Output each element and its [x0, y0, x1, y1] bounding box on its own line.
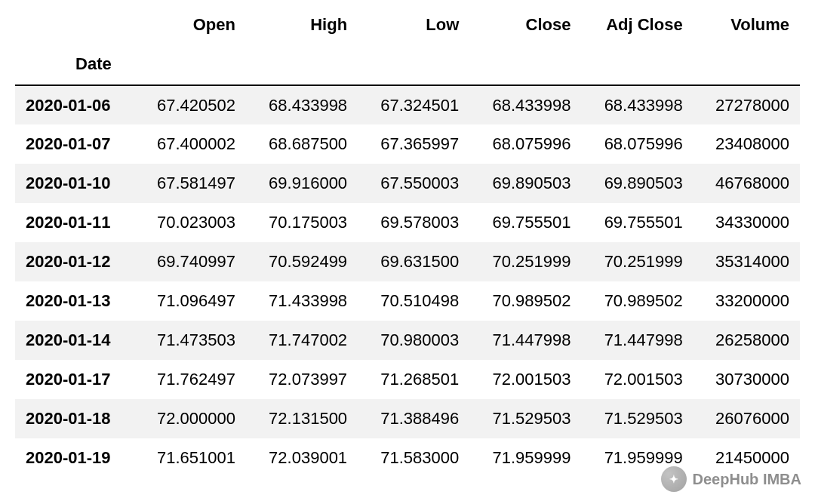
cell-close: 68.433998 — [469, 85, 581, 124]
cell-open: 67.400002 — [134, 124, 246, 164]
cell-adj: 71.529503 — [581, 399, 693, 438]
cell-adj: 70.251999 — [581, 242, 693, 281]
cell-low: 69.631500 — [358, 242, 469, 281]
row-index-date: 2020-01-11 — [15, 203, 134, 242]
row-index-date: 2020-01-13 — [15, 281, 134, 321]
cell-volume: 33200000 — [694, 281, 800, 321]
cell-high: 68.687500 — [246, 124, 358, 164]
cell-low: 69.578003 — [358, 203, 469, 242]
cell-close: 71.529503 — [469, 399, 581, 438]
cell-high: 68.433998 — [246, 85, 358, 124]
header-volume: Volume — [694, 8, 800, 39]
cell-volume: 34330000 — [694, 203, 800, 242]
cell-low: 70.980003 — [358, 321, 469, 360]
cell-close: 71.959999 — [469, 438, 581, 478]
cell-open: 71.473503 — [134, 321, 246, 360]
cell-low: 71.388496 — [358, 399, 469, 438]
table-row: 2020-01-0667.42050268.43399867.32450168.… — [15, 85, 800, 124]
row-index-date: 2020-01-18 — [15, 399, 134, 438]
index-header-row: Date — [15, 39, 800, 85]
table-row: 2020-01-1971.65100172.03900171.58300071.… — [15, 438, 800, 478]
row-index-date: 2020-01-14 — [15, 321, 134, 360]
cell-high: 72.131500 — [246, 399, 358, 438]
cell-adj: 71.447998 — [581, 321, 693, 360]
table-row: 2020-01-0767.40000268.68750067.36599768.… — [15, 124, 800, 164]
cell-adj: 71.959999 — [581, 438, 693, 478]
cell-high: 72.073997 — [246, 360, 358, 399]
header-blank — [15, 8, 134, 39]
table-row: 2020-01-1771.76249772.07399771.26850172.… — [15, 360, 800, 399]
cell-adj: 70.989502 — [581, 281, 693, 321]
cell-high: 70.175003 — [246, 203, 358, 242]
cell-adj: 69.890503 — [581, 164, 693, 203]
table-body: 2020-01-0667.42050268.43399867.32450168.… — [15, 85, 800, 478]
cell-volume: 26258000 — [694, 321, 800, 360]
cell-close: 72.001503 — [469, 360, 581, 399]
table-row: 2020-01-1269.74099770.59249969.63150070.… — [15, 242, 800, 281]
row-index-date: 2020-01-17 — [15, 360, 134, 399]
cell-adj: 69.755501 — [581, 203, 693, 242]
cell-open: 67.581497 — [134, 164, 246, 203]
table-row: 2020-01-1170.02300370.17500369.57800369.… — [15, 203, 800, 242]
cell-high: 70.592499 — [246, 242, 358, 281]
index-name: Date — [15, 39, 134, 85]
cell-close: 69.755501 — [469, 203, 581, 242]
row-index-date: 2020-01-19 — [15, 438, 134, 478]
cell-low: 67.550003 — [358, 164, 469, 203]
cell-adj: 72.001503 — [581, 360, 693, 399]
row-index-date: 2020-01-10 — [15, 164, 134, 203]
cell-open: 72.000000 — [134, 399, 246, 438]
cell-low: 71.268501 — [358, 360, 469, 399]
cell-volume: 26076000 — [694, 399, 800, 438]
cell-close: 70.251999 — [469, 242, 581, 281]
cell-low: 70.510498 — [358, 281, 469, 321]
price-table: Open High Low Close Adj Close Volume Dat… — [15, 8, 800, 478]
row-index-date: 2020-01-12 — [15, 242, 134, 281]
cell-volume: 23408000 — [694, 124, 800, 164]
header-close: Close — [469, 8, 581, 39]
cell-open: 71.762497 — [134, 360, 246, 399]
cell-open: 71.651001 — [134, 438, 246, 478]
table-header: Open High Low Close Adj Close Volume Dat… — [15, 8, 800, 85]
cell-low: 67.324501 — [358, 85, 469, 124]
cell-low: 67.365997 — [358, 124, 469, 164]
cell-open: 71.096497 — [134, 281, 246, 321]
header-low: Low — [358, 8, 469, 39]
cell-open: 70.023003 — [134, 203, 246, 242]
cell-close: 69.890503 — [469, 164, 581, 203]
cell-open: 67.420502 — [134, 85, 246, 124]
table-row: 2020-01-1872.00000072.13150071.38849671.… — [15, 399, 800, 438]
table-row: 2020-01-1471.47350371.74700270.98000371.… — [15, 321, 800, 360]
row-index-date: 2020-01-07 — [15, 124, 134, 164]
cell-close: 68.075996 — [469, 124, 581, 164]
cell-volume: 35314000 — [694, 242, 800, 281]
cell-close: 71.447998 — [469, 321, 581, 360]
cell-volume: 46768000 — [694, 164, 800, 203]
cell-low: 71.583000 — [358, 438, 469, 478]
cell-high: 72.039001 — [246, 438, 358, 478]
table-row: 2020-01-1067.58149769.91600067.55000369.… — [15, 164, 800, 203]
cell-volume: 21450000 — [694, 438, 800, 478]
cell-high: 71.433998 — [246, 281, 358, 321]
cell-adj: 68.433998 — [581, 85, 693, 124]
table-row: 2020-01-1371.09649771.43399870.51049870.… — [15, 281, 800, 321]
cell-high: 71.747002 — [246, 321, 358, 360]
header-open: Open — [134, 8, 246, 39]
header-high: High — [246, 8, 358, 39]
cell-high: 69.916000 — [246, 164, 358, 203]
cell-volume: 30730000 — [694, 360, 800, 399]
column-header-row: Open High Low Close Adj Close Volume — [15, 8, 800, 39]
row-index-date: 2020-01-06 — [15, 85, 134, 124]
cell-adj: 68.075996 — [581, 124, 693, 164]
cell-open: 69.740997 — [134, 242, 246, 281]
cell-close: 70.989502 — [469, 281, 581, 321]
cell-volume: 27278000 — [694, 85, 800, 124]
header-adj-close: Adj Close — [581, 8, 693, 39]
